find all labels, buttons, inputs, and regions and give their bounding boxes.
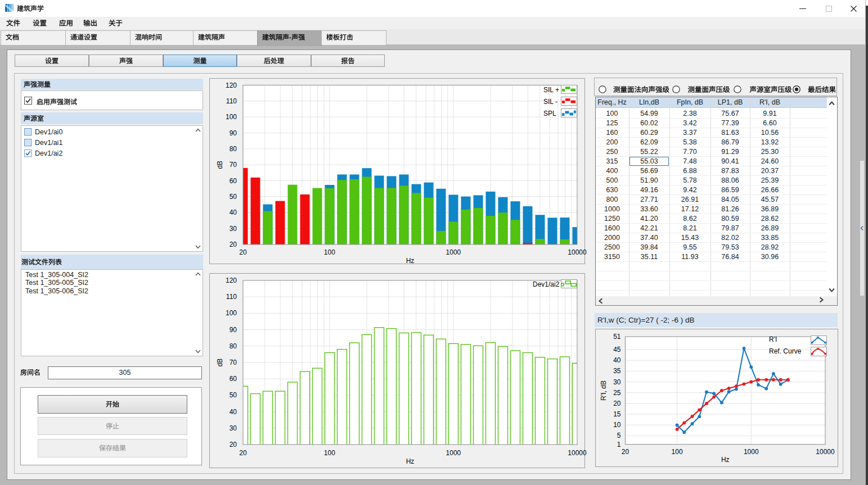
svg-text:20: 20 — [239, 248, 247, 256]
svg-text:100: 100 — [324, 248, 335, 256]
svg-text:100: 100 — [226, 113, 237, 121]
svg-text:70: 70 — [230, 359, 237, 366]
svg-text:90: 90 — [230, 129, 237, 137]
svg-text:120: 120 — [226, 81, 237, 89]
svg-text:70: 70 — [230, 161, 237, 169]
svg-text:10000: 10000 — [568, 449, 587, 457]
svg-text:Dev1/ai2: Dev1/ai2 — [533, 280, 560, 288]
svg-text:dB: dB — [216, 359, 224, 367]
svg-text:30: 30 — [230, 225, 237, 233]
svg-text:R'I, dB: R'I, dB — [600, 380, 608, 401]
svg-text:1: 1 — [617, 441, 621, 448]
svg-text:20: 20 — [613, 400, 621, 407]
svg-text:SIL +: SIL + — [543, 86, 559, 94]
svg-text:120: 120 — [226, 277, 237, 284]
svg-text:30: 30 — [230, 424, 237, 432]
svg-text:R'I: R'I — [769, 336, 777, 343]
svg-text:5: 5 — [617, 432, 621, 439]
svg-text:110: 110 — [226, 97, 237, 105]
svg-text:51: 51 — [613, 333, 621, 341]
svg-text:20: 20 — [230, 241, 237, 248]
svg-text:1000: 1000 — [446, 248, 461, 256]
svg-text:15: 15 — [613, 410, 621, 418]
svg-text:Hz: Hz — [721, 456, 730, 464]
svg-text:1000: 1000 — [744, 448, 759, 456]
svg-text:25: 25 — [613, 389, 621, 397]
svg-text:100: 100 — [672, 448, 683, 456]
svg-text:100: 100 — [226, 309, 237, 317]
svg-text:80: 80 — [230, 342, 237, 350]
svg-text:50: 50 — [230, 193, 237, 201]
svg-text:Ref. Curve: Ref. Curve — [769, 347, 802, 355]
svg-text:SPL: SPL — [543, 110, 556, 117]
svg-text:10000: 10000 — [816, 448, 835, 456]
svg-text:20: 20 — [622, 448, 629, 456]
svg-text:90: 90 — [230, 326, 237, 334]
svg-text:20: 20 — [239, 449, 247, 457]
svg-text:45: 45 — [613, 346, 621, 353]
svg-text:40: 40 — [230, 208, 237, 216]
svg-text:60: 60 — [230, 177, 237, 185]
svg-text:20: 20 — [230, 441, 237, 448]
svg-text:110: 110 — [226, 293, 237, 301]
svg-text:40: 40 — [230, 408, 237, 416]
svg-text:60: 60 — [230, 375, 237, 383]
svg-text:80: 80 — [230, 145, 237, 153]
svg-text:SIL -: SIL - — [543, 98, 557, 106]
svg-text:10: 10 — [613, 421, 621, 429]
svg-text:35: 35 — [613, 367, 621, 375]
svg-text:Hz: Hz — [406, 257, 415, 265]
svg-text:40: 40 — [613, 356, 621, 364]
svg-text:1000: 1000 — [446, 449, 461, 457]
svg-text:10000: 10000 — [568, 248, 587, 256]
svg-text:50: 50 — [230, 391, 237, 399]
svg-text:30: 30 — [613, 378, 621, 386]
svg-text:Hz: Hz — [406, 457, 415, 465]
svg-text:100: 100 — [324, 449, 335, 457]
svg-text:dB: dB — [216, 161, 224, 169]
